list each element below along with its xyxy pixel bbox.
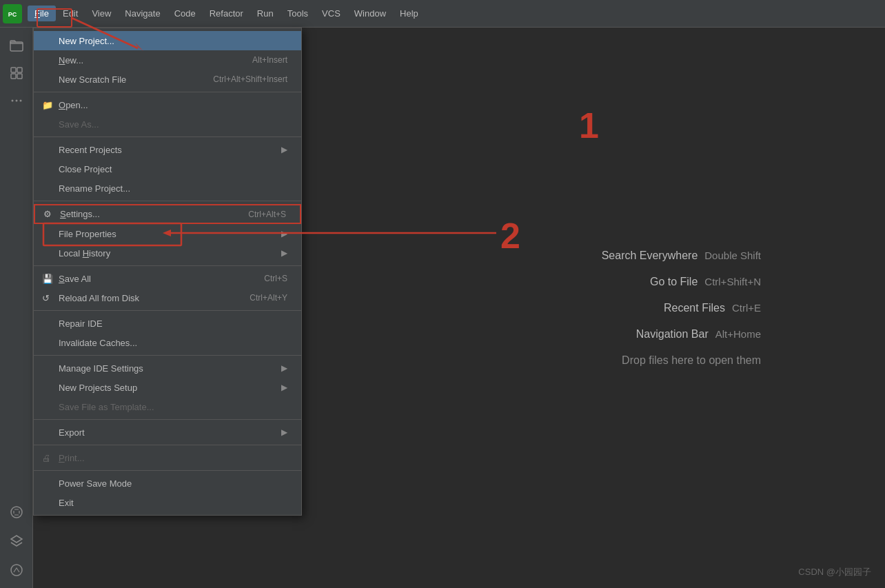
menu-help[interactable]: Help <box>393 6 425 21</box>
hint-drop-text: Drop files here to open them <box>622 354 761 367</box>
menu-new-scratch-label: New Scratch File <box>59 74 126 85</box>
menu-new-projects-setup-arrow: ▶ <box>281 383 287 392</box>
menu-code[interactable]: Code <box>167 6 203 21</box>
menu-settings[interactable]: ⚙ Settings... Ctrl+Alt+S <box>34 204 301 224</box>
menu-rename-project-label: Rename Project... <box>59 183 130 194</box>
menu-save-template: Save File as Template... <box>34 397 301 416</box>
svg-point-8 <box>15 100 17 102</box>
svg-point-18 <box>11 507 22 518</box>
menu-reload-disk-shortcut: Ctrl+Alt+Y <box>250 293 287 303</box>
separator-7 <box>34 419 301 420</box>
menu-save-template-label: Save File as Template... <box>59 402 154 412</box>
separator-2 <box>34 136 301 137</box>
sidebar-icon-terminal[interactable] <box>4 558 29 582</box>
menu-invalidate-caches[interactable]: Invalidate Caches... <box>34 333 301 352</box>
sidebar-icon-more[interactable] <box>4 88 29 113</box>
menu-new-scratch-shortcut: Ctrl+Alt+Shift+Insert <box>213 74 287 84</box>
separator-1 <box>34 92 301 92</box>
menu-save-as-label: Save As... <box>59 119 99 130</box>
menu-file[interactable]: File <box>28 6 56 21</box>
menu-manage-settings-label: Manage IDE Settings <box>59 363 143 374</box>
svg-point-7 <box>11 100 13 102</box>
menu-reload-disk[interactable]: ↺ Reload All from Disk Ctrl+Alt+Y <box>34 288 301 307</box>
separator-6 <box>34 355 301 356</box>
reload-icon: ↺ <box>42 293 50 303</box>
menu-window[interactable]: Window <box>347 6 393 21</box>
separator-3 <box>34 201 301 201</box>
menu-items: File Edit View Navigate Code Refactor Ru… <box>28 6 425 21</box>
menu-save-all-shortcut: Ctrl+S <box>264 274 287 283</box>
watermark: CSDN @小园园子 <box>798 566 871 578</box>
menu-new[interactable]: New... Alt+Insert <box>34 50 301 70</box>
menu-exit[interactable]: Exit <box>34 493 301 512</box>
hint-search-everywhere: Search Everywhere Double Shift <box>602 250 761 262</box>
menu-export[interactable]: Export ▶ <box>34 423 301 442</box>
separator-4 <box>34 265 301 266</box>
menu-save-all-label: Save All <box>59 274 91 284</box>
hint-search-text: Search Everywhere <box>602 250 698 262</box>
svg-rect-4 <box>17 68 22 72</box>
svg-point-19 <box>11 565 22 576</box>
menu-recent-projects-arrow: ▶ <box>281 145 287 154</box>
menu-edit[interactable]: Edit <box>56 6 85 21</box>
hint-goto-text: Go to File <box>650 276 698 288</box>
menu-repair-ide[interactable]: Repair IDE <box>34 314 301 333</box>
menu-invalidate-caches-label: Invalidate Caches... <box>59 338 137 348</box>
menu-new-projects-setup-label: New Projects Setup <box>59 383 137 393</box>
menu-local-history-label: Local History <box>59 248 110 258</box>
menu-run[interactable]: Run <box>250 6 281 21</box>
menu-local-history-arrow: ▶ <box>281 248 287 258</box>
menu-local-history[interactable]: Local History ▶ <box>34 243 301 263</box>
menu-new-label: New... <box>59 55 83 65</box>
menu-file-properties[interactable]: File Properties ▶ <box>34 224 301 243</box>
sidebar-icon-python[interactable] <box>4 500 29 525</box>
menu-export-label: Export <box>59 427 85 438</box>
svg-rect-3 <box>11 68 16 72</box>
menu-open-label: Open... <box>59 100 88 110</box>
sidebar-icon-folder[interactable] <box>4 33 29 58</box>
hint-recent-shortcut: Ctrl+E <box>732 302 761 314</box>
hint-search-shortcut: Double Shift <box>704 250 761 261</box>
menu-settings-shortcut: Ctrl+Alt+S <box>248 210 286 219</box>
menu-navigate[interactable]: Navigate <box>118 6 167 21</box>
file-dropdown-menu: New Project... New... Alt+Insert New Scr… <box>33 28 302 516</box>
menu-new-project[interactable]: New Project... <box>34 31 301 50</box>
menu-new-shortcut: Alt+Insert <box>252 55 287 65</box>
app-logo: PC <box>3 4 22 23</box>
menu-reload-disk-label: Reload All from Disk <box>59 293 139 303</box>
hint-recent-text: Recent Files <box>664 302 725 314</box>
folder-icon: 📁 <box>42 100 53 110</box>
menu-recent-projects[interactable]: Recent Projects ▶ <box>34 140 301 159</box>
gear-icon: ⚙ <box>43 209 52 219</box>
save-icon: 💾 <box>42 274 53 284</box>
menu-manage-settings[interactable]: Manage IDE Settings ▶ <box>34 358 301 378</box>
menu-new-project-label: New Project... <box>59 36 114 46</box>
menubar: PC File Edit View Navigate Code Refactor… <box>0 0 885 28</box>
menu-rename-project[interactable]: Rename Project... <box>34 179 301 198</box>
menu-exit-label: Exit <box>59 498 74 508</box>
menu-power-save-label: Power Save Mode <box>59 478 132 489</box>
hint-drop-files: Drop files here to open them <box>622 354 761 367</box>
menu-power-save[interactable]: Power Save Mode <box>34 474 301 493</box>
menu-new-scratch[interactable]: New Scratch File Ctrl+Alt+Shift+Insert <box>34 70 301 89</box>
menu-vcs[interactable]: VCS <box>315 6 347 21</box>
menu-settings-label: Settings... <box>60 209 100 219</box>
dropdown-container: New Project... New... Alt+Insert New Scr… <box>33 28 302 516</box>
menu-view[interactable]: View <box>85 6 118 21</box>
sidebar-icon-structure[interactable] <box>4 61 29 85</box>
menu-save-all[interactable]: 💾 Save All Ctrl+S <box>34 269 301 288</box>
menu-print-label: Print... <box>59 453 85 463</box>
menu-new-projects-setup[interactable]: New Projects Setup ▶ <box>34 378 301 397</box>
menu-refactor[interactable]: Refactor <box>203 6 250 21</box>
menu-repair-ide-label: Repair IDE <box>59 318 103 329</box>
menu-export-arrow: ▶ <box>281 427 287 437</box>
svg-rect-6 <box>17 74 22 79</box>
menu-file-properties-label: File Properties <box>59 229 116 239</box>
menu-tools[interactable]: Tools <box>281 6 315 21</box>
hint-recent-files: Recent Files Ctrl+E <box>664 302 761 314</box>
menu-close-project[interactable]: Close Project <box>34 159 301 179</box>
sidebar-icon-layers[interactable] <box>4 529 29 554</box>
menu-open[interactable]: 📁 Open... <box>34 95 301 114</box>
separator-5 <box>34 310 301 311</box>
svg-rect-5 <box>11 74 16 79</box>
